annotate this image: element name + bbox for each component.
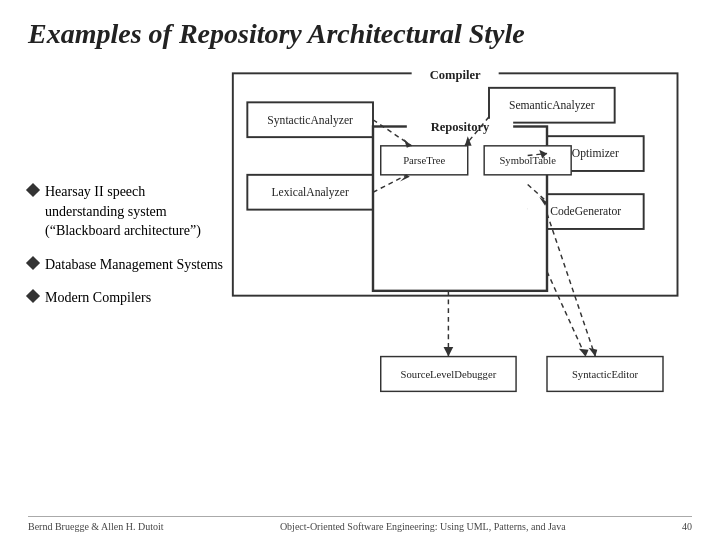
bullet-icon xyxy=(26,256,40,270)
footer-right: 40 xyxy=(682,521,692,532)
svg-text:SyntacticAnalyzer: SyntacticAnalyzer xyxy=(267,114,353,127)
bullet-text-3: Modern Compilers xyxy=(45,288,151,308)
diagram-area: Hearsay II speech understanding system (… xyxy=(28,62,692,452)
bullet-text-2: Database Management Systems xyxy=(45,255,223,275)
diagram-svg: . Compiler SyntacticAnalyzer SemanticAna… xyxy=(228,62,692,452)
svg-text:SemanticAnalyzer: SemanticAnalyzer xyxy=(509,99,595,112)
footer-left: Bernd Bruegge & Allen H. Dutoit xyxy=(28,521,164,532)
bullet-icon xyxy=(26,183,40,197)
slide: Examples of Repository Architectural Sty… xyxy=(0,0,720,540)
svg-text:SourceLevelDebugger: SourceLevelDebugger xyxy=(401,369,497,380)
svg-text:SymbolTable: SymbolTable xyxy=(499,155,556,166)
svg-marker-40 xyxy=(579,349,589,357)
svg-marker-38 xyxy=(444,347,454,357)
list-item: Hearsay II speech understanding system (… xyxy=(28,182,228,241)
architecture-diagram: . Compiler SyntacticAnalyzer SemanticAna… xyxy=(228,62,692,452)
svg-text:ParseTree: ParseTree xyxy=(403,155,445,166)
footer: Bernd Bruegge & Allen H. Dutoit Object-O… xyxy=(28,516,692,532)
bullet-icon xyxy=(26,289,40,303)
svg-text:Optimizer: Optimizer xyxy=(572,147,619,160)
bullet-list: Hearsay II speech understanding system (… xyxy=(28,62,228,452)
svg-text:LexicalAnalyzer: LexicalAnalyzer xyxy=(272,186,349,199)
svg-text:SyntacticEditor: SyntacticEditor xyxy=(572,369,639,380)
page-title: Examples of Repository Architectural Sty… xyxy=(28,18,692,50)
svg-text:CodeGenerator: CodeGenerator xyxy=(550,205,621,218)
list-item: Database Management Systems xyxy=(28,255,228,275)
svg-marker-42 xyxy=(589,348,598,357)
svg-text:Compiler: Compiler xyxy=(430,68,481,82)
bullet-text-1: Hearsay II speech understanding system (… xyxy=(45,182,228,241)
footer-center: Object-Oriented Software Engineering: Us… xyxy=(280,521,566,532)
list-item: Modern Compilers xyxy=(28,288,228,308)
